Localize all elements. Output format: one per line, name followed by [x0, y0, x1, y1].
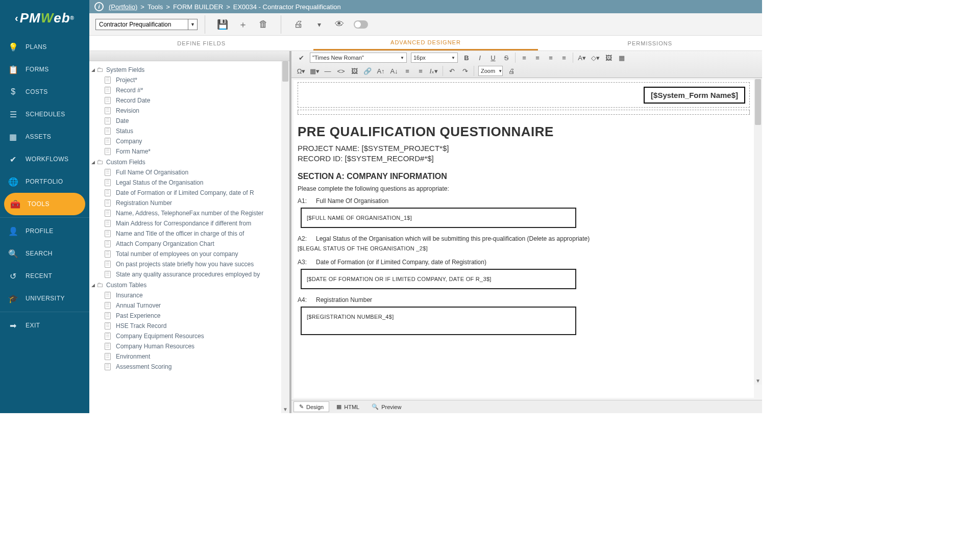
print-icon[interactable]: 🖨: [506, 66, 517, 76]
size-select[interactable]: 16px▼: [411, 53, 458, 63]
canvas-scroll-thumb[interactable]: [755, 79, 761, 125]
tree-leaf[interactable]: Legal Status of the Organisation: [91, 177, 285, 188]
tree-leaf[interactable]: State any quality assurance procedures e…: [91, 269, 285, 280]
tree-leaf[interactable]: Record #*: [91, 85, 285, 95]
image-icon[interactable]: 🖼: [603, 53, 614, 63]
a2-field[interactable]: [$LEGAL STATUS OF THE ORGANISATION _2$]: [298, 245, 750, 251]
record-select-input[interactable]: [96, 21, 188, 28]
align-right-icon[interactable]: ≡: [545, 53, 556, 63]
nav-exit[interactable]: ➡EXIT: [0, 314, 89, 337]
canvas-scroll-down-icon[interactable]: ▼: [754, 376, 762, 385]
ul-icon[interactable]: ≡: [415, 66, 426, 76]
tree-leaf[interactable]: Annual Turnover: [91, 300, 285, 311]
scrollbar[interactable]: ▼: [281, 61, 289, 413]
expand-icon[interactable]: ◢: [91, 67, 95, 72]
view-preview[interactable]: 🔍Preview: [366, 402, 406, 412]
link-icon[interactable]: 🔗: [362, 66, 373, 76]
bg-color-icon[interactable]: ◇▾: [590, 53, 601, 63]
print-dd-icon[interactable]: ▾: [313, 18, 325, 31]
tab-define-fields[interactable]: DEFINE FIELDS: [89, 36, 313, 50]
tree-leaf[interactable]: Company: [91, 136, 285, 146]
strike-button[interactable]: S: [501, 53, 512, 63]
tree-leaf[interactable]: Name, Address, TelephoneFax number of th…: [91, 208, 285, 218]
tree-leaf[interactable]: Insurance: [91, 290, 285, 300]
sub-icon[interactable]: A↓: [388, 66, 400, 76]
nav-search[interactable]: 🔍SEARCH: [0, 242, 89, 265]
tab-permissions[interactable]: PERMISSIONS: [538, 36, 762, 50]
form-name-placeholder[interactable]: [$System_Form Name$]: [644, 87, 745, 104]
tree-leaf[interactable]: Project*: [91, 75, 285, 85]
bold-button[interactable]: B: [461, 53, 472, 63]
omega-icon[interactable]: Ω▾: [296, 66, 307, 76]
expand-icon[interactable]: ◢: [91, 283, 95, 288]
record-select[interactable]: ▼: [95, 19, 198, 30]
tree-group[interactable]: ◢🗀System Fields: [91, 64, 285, 75]
tree-leaf[interactable]: Company Human Resources: [91, 341, 285, 351]
grid-icon[interactable]: ▦: [616, 53, 627, 63]
a4-field[interactable]: [$REGISTRATION NUMBER_4$]: [301, 307, 576, 335]
add-button[interactable]: ＋: [237, 18, 249, 31]
nav-profile[interactable]: 👤PROFILE: [0, 220, 89, 242]
view-design[interactable]: ✎Design: [293, 401, 329, 412]
tree-leaf[interactable]: Environment: [91, 351, 285, 362]
font-color-icon[interactable]: A▾: [576, 53, 587, 63]
canvas-thin-region[interactable]: [298, 110, 750, 115]
design-canvas[interactable]: [$System_Form Name$] PRE QUALIFICATION Q…: [293, 80, 754, 398]
tree-leaf[interactable]: Revision: [91, 106, 285, 116]
tree-group[interactable]: ◢🗀Custom Fields: [91, 157, 285, 167]
nav-forms[interactable]: 📋FORMS: [0, 58, 89, 81]
view-button[interactable]: 👁: [333, 18, 346, 31]
crumb-portfolio[interactable]: (Portfolio): [109, 3, 137, 11]
nav-schedules[interactable]: ☰SCHEDULES: [0, 103, 89, 125]
scroll-thumb[interactable]: [282, 61, 288, 82]
tree-leaf[interactable]: Name and Title of the officer in charge …: [91, 229, 285, 239]
align-left-icon[interactable]: ≡: [519, 53, 530, 63]
tree-leaf[interactable]: Record Date: [91, 95, 285, 106]
nav-tools[interactable]: 🧰TOOLS: [4, 193, 85, 215]
table-icon[interactable]: ▦▾: [309, 66, 320, 76]
italic-button[interactable]: I: [474, 53, 485, 63]
tree-leaf[interactable]: Date of Formation or if Limited Company,…: [91, 188, 285, 198]
nav-assets[interactable]: ▦ASSETS: [0, 125, 89, 148]
tree-leaf[interactable]: Full Name Of Organisation: [91, 167, 285, 177]
tree-leaf[interactable]: Assessment Scoring: [91, 362, 285, 372]
expand-icon[interactable]: ◢: [91, 160, 95, 165]
nav-university[interactable]: 🎓UNIVERSITY: [0, 287, 89, 310]
tree-leaf[interactable]: Form Name*: [91, 146, 285, 157]
tree-leaf[interactable]: On past projects state briefly how you h…: [91, 259, 285, 269]
underline-button[interactable]: U: [487, 53, 499, 63]
nav-recent[interactable]: ↺RECENT: [0, 265, 89, 287]
nav-portfolio[interactable]: 🌐PORTFOLIO: [0, 170, 89, 193]
tree-leaf[interactable]: Registration Number: [91, 198, 285, 208]
chevron-down-icon[interactable]: ▼: [188, 19, 197, 30]
spellcheck-icon[interactable]: ✔: [296, 53, 307, 63]
tab-advanced-designer[interactable]: ADVANCED DESIGNER: [313, 36, 537, 50]
tree-leaf[interactable]: Past Experience: [91, 311, 285, 321]
nav-workflows[interactable]: ✔WORKFLOWS: [0, 148, 89, 170]
tree-leaf[interactable]: Total number of employees on your compan…: [91, 249, 285, 259]
save-button[interactable]: 💾: [216, 18, 229, 31]
tree-leaf[interactable]: Company Equipment Resources: [91, 331, 285, 341]
ol-icon[interactable]: ≡: [402, 66, 413, 76]
a3-field[interactable]: [$DATE OF FORMATION OR IF LIMITED COMPAN…: [301, 269, 576, 289]
tree-leaf[interactable]: Date: [91, 116, 285, 126]
code-icon[interactable]: <>: [335, 66, 347, 76]
align-justify-icon[interactable]: ≡: [558, 53, 570, 63]
image2-icon[interactable]: 🖼: [349, 66, 360, 76]
canvas-scrollbar[interactable]: ▼: [754, 78, 762, 385]
sup-icon[interactable]: A↑: [375, 66, 386, 76]
toggle-switch[interactable]: [354, 20, 368, 29]
hr-icon[interactable]: —: [322, 66, 333, 76]
zoom-select[interactable]: Zoom▼: [478, 66, 503, 76]
print-button[interactable]: 🖨: [292, 18, 305, 31]
tree-leaf[interactable]: HSE Track Record: [91, 321, 285, 331]
clear-format-icon[interactable]: Iₓ▾: [428, 66, 439, 76]
canvas-header-region[interactable]: [$System_Form Name$]: [298, 82, 750, 108]
delete-button[interactable]: 🗑: [257, 18, 270, 31]
tree-leaf[interactable]: Main Address for Correspondance if diffe…: [91, 218, 285, 229]
redo-icon[interactable]: ↷: [459, 66, 471, 76]
tree-group[interactable]: ◢🗀Custom Tables: [91, 280, 285, 290]
undo-icon[interactable]: ↶: [446, 66, 457, 76]
crumb-tools[interactable]: Tools: [148, 3, 163, 11]
tree-leaf[interactable]: Attach Company Organization Chart: [91, 239, 285, 249]
